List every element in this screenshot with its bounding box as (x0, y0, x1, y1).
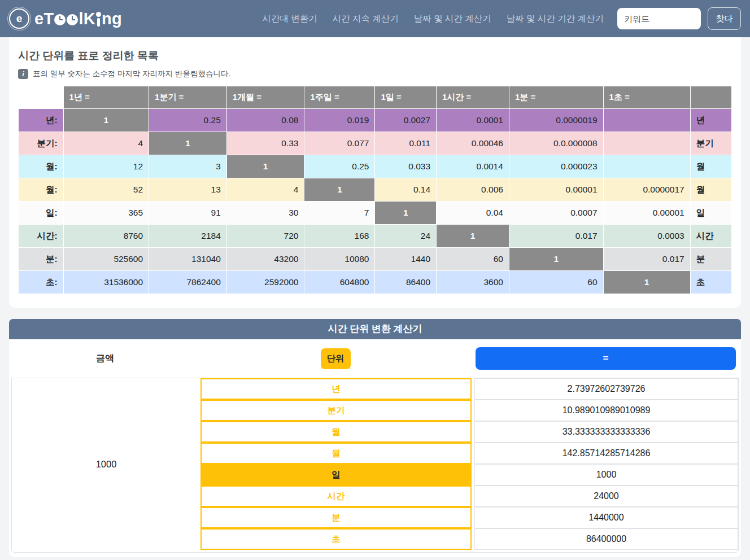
conversion-calculator-card: 시간 단위 변환 계산기 금액 단위 = 1000 년 분기 월 월 일 시간 … (9, 319, 741, 557)
clock-icon (54, 14, 66, 25)
calculator-controls-row: 금액 단위 = (10, 345, 740, 378)
unit-badge: 단위 (321, 348, 351, 369)
result-values-column: 2.73972602739726 10.989010989010989 33.3… (472, 378, 738, 550)
table-row-minute: 분: 525600 131040 43200 10080 1440 60 1 0… (19, 248, 732, 271)
header-blank-right (690, 86, 731, 109)
info-icon: i (18, 69, 28, 79)
table-row-quarter: 분기: 4 1 0.33 0.077 0.011 0.00046 0.0.000… (19, 132, 732, 155)
table-row-month: 월: 12 3 1 0.25 0.033 0.0014 0.000023 월 (19, 155, 732, 178)
unit-buttons-column: 년 분기 월 월 일 시간 분 초 (200, 378, 472, 550)
amount-label: 금액 (10, 353, 200, 365)
calculator-title: 시간 단위 변환 계산기 (9, 319, 741, 339)
unit-button-week[interactable]: 월 (200, 443, 472, 464)
unit-button-day-selected[interactable]: 일 (200, 464, 472, 485)
header-blank (19, 86, 64, 109)
rounding-note-text: 표의 일부 숫자는 소수점 마지막 자리까지 반올림했습니다. (33, 69, 230, 79)
header-day: 1일 = (375, 86, 437, 109)
search-input[interactable] (617, 8, 701, 29)
result-value-week: 142.85714285714286 (474, 443, 738, 464)
result-value-month: 33.333333333333336 (474, 421, 738, 443)
header-second: 1초 = (603, 86, 690, 109)
table-row-hour: 시간: 8760 2184 720 168 24 1 0.017 0.0003 … (19, 225, 732, 248)
nav-item-duration-calculator[interactable]: 시간 지속 계산기 (333, 13, 399, 25)
result-value-minute: 1440000 (474, 507, 738, 528)
table-row-second: 초: 31536000 7862400 2592000 604800 86400… (19, 271, 732, 294)
header-month: 1개월 = (226, 86, 304, 109)
table-row-week: 월: 52 13 4 1 0.14 0.006 0.00001 0.000001… (19, 178, 732, 202)
laurel-emblem-icon: e (9, 8, 29, 29)
result-value-second: 86400000 (474, 528, 738, 550)
unit-button-year[interactable]: 년 (200, 378, 472, 400)
nav-links: 시간대 변환기 시간 지속 계산기 날짜 및 시간 계산기 날짜 및 시간 기간… (262, 13, 604, 25)
page-title: 시간 단위를 표로 정리한 목록 (18, 49, 732, 63)
unit-button-quarter[interactable]: 분기 (200, 400, 472, 421)
header-minute: 1분 = (509, 86, 603, 109)
nav-item-datetime-calculator[interactable]: 날짜 및 시간 계산기 (414, 13, 491, 25)
result-value-hour: 24000 (474, 485, 738, 507)
rounding-note: i 표의 일부 숫자는 소수점 마지막 자리까지 반올림했습니다. (18, 69, 732, 79)
nav-item-timezone-converter[interactable]: 시간대 변환기 (262, 13, 317, 25)
time-units-card: 시간 단위를 표로 정리한 목록 i 표의 일부 숫자는 소수점 마지막 자리까… (9, 37, 741, 308)
amount-value[interactable]: 1000 (12, 378, 200, 550)
table-row-year: 년: 1 0.25 0.08 0.019 0.0027 0.0001 0.000… (19, 109, 732, 132)
time-units-table: 1년 = 1분기 = 1개월 = 1주일 = 1일 = 1시간 = 1분 = 1… (18, 86, 732, 294)
clock-icon (67, 14, 78, 25)
top-navbar: e eTlKng 시간대 변환기 시간 지속 계산기 날짜 및 시간 계산기 날… (0, 0, 750, 37)
header-year: 1년 = (63, 86, 149, 109)
search-button[interactable]: 찾다 (708, 7, 741, 30)
table-row-day: 일: 365 91 30 7 1 0.04 0.0007 0.00001 일 (19, 202, 732, 225)
result-value-day: 1000 (474, 464, 738, 485)
unit-button-hour[interactable]: 시간 (200, 485, 472, 507)
brand-logo[interactable]: e eTlKng (9, 8, 122, 29)
brand-name: eTlKng (34, 10, 122, 28)
search-bar: 찾다 (617, 7, 741, 30)
unit-button-minute[interactable]: 분 (200, 507, 472, 528)
result-value-year: 2.73972602739726 (474, 378, 738, 400)
calculator-grid: 1000 년 분기 월 월 일 시간 분 초 2.73972602739726 … (11, 378, 739, 553)
header-hour: 1시간 = (437, 86, 509, 109)
unit-button-month[interactable]: 월 (200, 421, 472, 443)
header-quarter: 1분기 = (149, 86, 227, 109)
nav-item-datetime-period-calculator[interactable]: 날짜 및 시간 기간 계산기 (507, 13, 604, 25)
equals-button[interactable]: = (476, 347, 736, 370)
table-header-row: 1년 = 1분기 = 1개월 = 1주일 = 1일 = 1시간 = 1분 = 1… (19, 86, 732, 109)
footer: © 2025 eToolKing | 서비스 약관 부인 성명 개인정보 보호정… (0, 557, 750, 560)
result-value-quarter: 10.989010989010989 (474, 400, 738, 421)
unit-button-second[interactable]: 초 (200, 528, 472, 550)
person-pin-icon (96, 12, 101, 27)
calculator-body: 금액 단위 = 1000 년 분기 월 월 일 시간 분 초 2.7397260… (9, 339, 741, 557)
header-week: 1주일 = (304, 86, 375, 109)
